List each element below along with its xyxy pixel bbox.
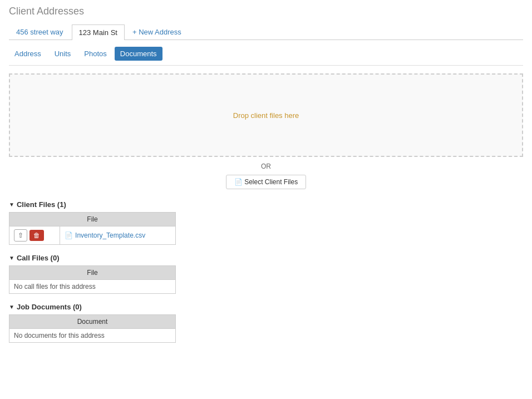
address-tab-new[interactable]: + New Address xyxy=(126,24,188,40)
client-files-column-header: File xyxy=(9,213,176,226)
file-icon-btn: 📄 xyxy=(234,178,243,186)
client-files-table: File ⇧ 🗑 📄 Inventory_Template.csv xyxy=(9,212,176,245)
job-documents-header[interactable]: ▼ Job Documents (0) xyxy=(9,303,523,311)
upload-button[interactable]: ⇧ xyxy=(14,229,27,242)
call-files-table: File No call files for this address xyxy=(9,265,176,294)
address-tabs-container: 456 street way 123 Main St + New Address xyxy=(9,24,523,40)
job-documents-label: Job Documents (0) xyxy=(17,303,82,311)
file-name-cell: 📄 Inventory_Template.csv xyxy=(60,226,176,245)
tab-photos[interactable]: Photos xyxy=(78,47,112,61)
file-name: Inventory_Template.csv xyxy=(75,231,145,239)
job-documents-empty-message: No documents for this address xyxy=(9,329,176,343)
call-files-empty-message: No call files for this address xyxy=(9,280,176,294)
drop-zone-text: Drop client files here xyxy=(233,111,299,120)
file-doc-icon: 📄 xyxy=(65,231,73,239)
address-tab-456[interactable]: 456 street way xyxy=(9,24,71,40)
job-documents-column-header: Document xyxy=(9,315,176,329)
select-client-files-button[interactable]: 📄 Select Client Files xyxy=(226,175,306,189)
file-actions-cell: ⇧ 🗑 xyxy=(9,226,60,245)
delete-button[interactable]: 🗑 xyxy=(29,230,44,241)
tab-units[interactable]: Units xyxy=(49,47,77,61)
table-row: ⇧ 🗑 📄 Inventory_Template.csv xyxy=(9,226,176,245)
chevron-down-icon-call: ▼ xyxy=(9,255,14,261)
tab-address[interactable]: Address xyxy=(9,47,47,61)
job-documents-table: Document No documents for this address xyxy=(9,314,176,343)
tab-documents[interactable]: Documents xyxy=(115,47,162,61)
page-title: Client Addresses xyxy=(9,6,523,17)
chevron-down-icon: ▼ xyxy=(9,201,14,208)
table-row: No call files for this address xyxy=(9,280,176,294)
address-tab-123[interactable]: 123 Main St xyxy=(72,24,125,40)
call-files-header[interactable]: ▼ Call Files (0) xyxy=(9,254,523,262)
client-files-label: Client Files (1) xyxy=(17,200,66,209)
call-files-column-header: File xyxy=(9,266,176,280)
call-files-label: Call Files (0) xyxy=(17,254,60,262)
chevron-down-icon-docs: ▼ xyxy=(9,304,14,310)
client-files-header[interactable]: ▼ Client Files (1) xyxy=(9,200,523,209)
or-divider: OR xyxy=(9,162,523,170)
file-link[interactable]: 📄 Inventory_Template.csv xyxy=(65,231,171,239)
table-row: No documents for this address xyxy=(9,329,176,343)
section-tabs-container: Address Units Photos Documents xyxy=(9,47,523,66)
file-drop-zone[interactable]: Drop client files here xyxy=(9,73,523,157)
